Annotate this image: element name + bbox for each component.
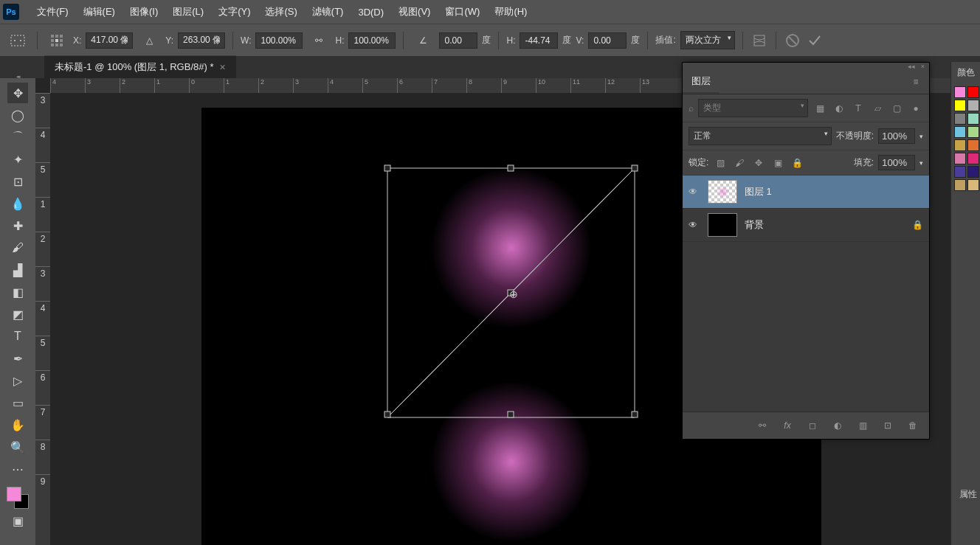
lock-position-icon[interactable]: ✥ <box>751 156 766 170</box>
magic-wand-tool[interactable]: ✦ <box>7 149 28 170</box>
path-select-tool[interactable]: ▷ <box>7 370 28 391</box>
lock-artboard-icon[interactable]: ▣ <box>770 156 785 170</box>
eraser-tool[interactable]: ◧ <box>7 282 28 302</box>
swatch[interactable] <box>967 179 979 191</box>
swatch[interactable] <box>954 113 966 125</box>
move-tool[interactable]: ✥ <box>7 83 28 103</box>
menu-select[interactable]: 选择(S) <box>258 0 304 24</box>
menu-3d[interactable]: 3D(D) <box>351 0 391 24</box>
filter-smart-icon[interactable]: ▢ <box>889 101 904 116</box>
layer-name[interactable]: 图层 1 <box>745 185 772 198</box>
healing-brush-tool[interactable]: ✚ <box>7 215 28 236</box>
menu-type[interactable]: 文字(Y) <box>211 0 258 24</box>
commit-transform-icon[interactable] <box>806 32 824 49</box>
y-input[interactable] <box>178 32 225 49</box>
transform-tool-icon[interactable] <box>6 30 30 51</box>
edit-toolbar[interactable]: ⋯ <box>7 459 28 479</box>
swatch[interactable] <box>967 86 979 98</box>
interp-dropdown[interactable]: 两次立方 <box>680 31 735 49</box>
swatch[interactable] <box>967 166 979 178</box>
menu-help[interactable]: 帮助(H) <box>487 0 534 24</box>
cancel-transform-icon[interactable] <box>784 32 801 49</box>
lock-image-icon[interactable]: 🖌 <box>732 156 747 170</box>
reference-point-icon[interactable] <box>45 30 69 51</box>
swatch[interactable] <box>954 126 966 138</box>
skew-h-input[interactable] <box>520 32 558 49</box>
document-tab[interactable]: 未标题-1 @ 100% (图层 1, RGB/8#) * × <box>44 55 236 78</box>
lock-all-icon[interactable]: 🔒 <box>790 156 804 170</box>
swatch[interactable] <box>967 113 979 125</box>
type-tool[interactable]: T <box>7 326 28 347</box>
color-swatches[interactable] <box>7 487 29 509</box>
fill-input[interactable] <box>878 155 915 170</box>
zoom-tool[interactable]: 🔍 <box>7 437 28 457</box>
visibility-icon[interactable]: 👁 <box>689 220 700 230</box>
swatch[interactable] <box>954 179 966 191</box>
menu-view[interactable]: 视图(V) <box>391 0 438 24</box>
adjustment-layer-icon[interactable]: ◐ <box>830 418 845 433</box>
filter-type-icon[interactable]: T <box>851 101 866 116</box>
shape-tool[interactable]: ▭ <box>7 392 28 413</box>
angle-input[interactable] <box>439 32 477 49</box>
panel-close-icon[interactable]: × <box>921 63 925 70</box>
foreground-color[interactable] <box>7 487 21 501</box>
layer-filter-dropdown[interactable]: 类型 <box>698 99 808 117</box>
layer-group-icon[interactable]: ▥ <box>855 418 870 433</box>
quickmask-tool[interactable]: ▣ <box>7 510 28 531</box>
blend-mode-dropdown[interactable]: 正常 <box>689 127 832 145</box>
swatch[interactable] <box>954 100 966 111</box>
layers-tab[interactable]: 图层 <box>683 70 720 94</box>
brush-tool[interactable]: 🖌 <box>7 237 28 258</box>
layer-thumbnail[interactable] <box>708 180 737 204</box>
crop-tool[interactable]: ⊡ <box>7 171 28 192</box>
pen-tool[interactable]: ✒ <box>7 348 28 369</box>
swatch[interactable] <box>967 139 979 151</box>
swatch[interactable] <box>967 100 979 111</box>
lasso-tool[interactable]: ⌒ <box>7 127 28 147</box>
filter-image-icon[interactable]: ▦ <box>812 101 827 116</box>
menu-filter[interactable]: 滤镜(T) <box>305 0 351 24</box>
layer-mask-icon[interactable]: ◻ <box>805 418 820 433</box>
lock-transparency-icon[interactable]: ▨ <box>713 156 728 170</box>
menu-window[interactable]: 窗口(W) <box>438 0 487 24</box>
menu-image[interactable]: 图像(I) <box>122 0 165 24</box>
panel-menu-icon[interactable]: ≡ <box>908 74 923 89</box>
layer-thumbnail[interactable] <box>708 213 737 237</box>
gradient-tool[interactable]: ◩ <box>7 304 28 324</box>
layer-name[interactable]: 背景 <box>745 218 764 232</box>
swatch[interactable] <box>954 139 966 151</box>
x-input[interactable] <box>86 32 133 49</box>
eyedropper-tool[interactable]: 💧 <box>7 193 28 214</box>
skew-v-input[interactable] <box>588 32 627 49</box>
visibility-icon[interactable]: 👁 <box>689 187 700 197</box>
panel-collapse-icon[interactable]: ◂◂ <box>908 63 915 70</box>
swatch[interactable] <box>967 126 979 138</box>
swatch[interactable] <box>967 153 979 164</box>
h-input[interactable] <box>348 32 396 49</box>
delta-icon[interactable]: △ <box>137 30 161 51</box>
transform-center-icon[interactable]: ⊕ <box>509 288 518 300</box>
swatch[interactable] <box>954 86 966 98</box>
menu-edit[interactable]: 编辑(E) <box>76 0 122 24</box>
filter-toggle-icon[interactable]: ● <box>908 101 923 116</box>
opacity-input[interactable] <box>878 128 915 144</box>
stamp-tool[interactable]: ▟ <box>7 260 28 280</box>
w-input[interactable] <box>255 32 303 49</box>
filter-adjust-icon[interactable]: ◐ <box>832 101 846 116</box>
menu-file[interactable]: 文件(F) <box>30 0 76 24</box>
colors-panel-tab[interactable]: 颜色 <box>951 62 980 83</box>
layer-item[interactable]: 👁 图层 1 <box>683 176 929 209</box>
warp-mode-icon[interactable] <box>750 32 768 49</box>
marquee-tool[interactable]: ◯ <box>7 105 28 125</box>
filter-shape-icon[interactable]: ▱ <box>870 101 885 116</box>
link-icon[interactable]: ⚯ <box>307 30 331 51</box>
layer-item[interactable]: 👁 背景 🔒 <box>683 209 929 242</box>
properties-panel-tab[interactable]: 属性 <box>959 488 977 501</box>
swatch[interactable] <box>954 153 966 164</box>
link-layers-icon[interactable]: ⚯ <box>755 418 770 433</box>
layer-fx-icon[interactable]: fx <box>780 418 795 433</box>
new-layer-icon[interactable]: ⊡ <box>880 418 895 433</box>
delete-layer-icon[interactable]: 🗑 <box>905 418 920 433</box>
menu-layer[interactable]: 图层(L) <box>165 0 211 24</box>
close-tab-icon[interactable]: × <box>219 61 225 73</box>
